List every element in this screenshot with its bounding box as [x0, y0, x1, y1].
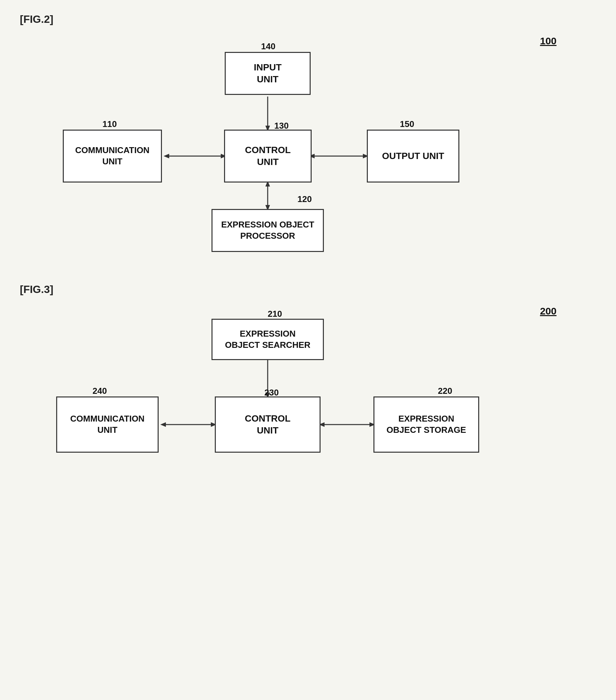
svg-marker-3	[164, 154, 169, 158]
fig2-input-unit-label: INPUTUNIT	[254, 62, 282, 86]
fig3-label: [FIG.3]	[20, 283, 596, 296]
fig2-input-unit-ref: 140	[261, 41, 275, 52]
fig3-control-unit-ref: 230	[265, 388, 279, 398]
fig2-control-unit-box: CONTROLUNIT	[224, 129, 312, 183]
fig3-expr-storage-label: EXPRESSIONOBJECT STORAGE	[387, 413, 466, 436]
fig2-label: [FIG.2]	[20, 13, 596, 25]
fig2-output-unit-label: OUTPUT UNIT	[382, 150, 444, 162]
fig3-expr-storage-ref: 220	[438, 386, 452, 396]
fig2-expr-proc-box: EXPRESSION OBJECTPROCESSOR	[211, 209, 324, 252]
fig2-container: 100 INPUTUNIT 140 CONTROLUNIT 130 COMMUN…	[20, 32, 596, 257]
fig3-comm-unit-label: COMMUNICATIONUNIT	[70, 413, 145, 436]
fig3-expr-storage-box: EXPRESSIONOBJECT STORAGE	[373, 397, 479, 453]
fig2-control-unit-label: CONTROLUNIT	[245, 144, 291, 168]
fig3-control-unit-box: CONTROLUNIT	[215, 397, 321, 453]
svg-marker-14	[160, 422, 166, 427]
fig2-control-unit-ref: 130	[274, 121, 288, 131]
fig3-expr-searcher-ref: 210	[268, 309, 282, 319]
fig2-comm-unit-box: COMMUNICATIONUNIT	[63, 129, 162, 183]
fig3-sys-ref: 200	[540, 305, 556, 317]
fig2-output-unit-ref: 150	[400, 119, 414, 129]
fig3-expr-searcher-box: EXPRESSIONOBJECT SEARCHER	[211, 319, 324, 360]
fig2-expr-proc-ref: 120	[297, 194, 312, 204]
fig2-sys-ref: 100	[540, 35, 556, 47]
fig2-output-unit-box: OUTPUT UNIT	[367, 129, 459, 183]
fig3-expr-searcher-label: EXPRESSIONOBJECT SEARCHER	[225, 328, 311, 351]
fig3-comm-unit-box: COMMUNICATIONUNIT	[56, 397, 159, 453]
fig3-comm-unit-ref: 240	[92, 386, 107, 396]
fig3-control-unit-label: CONTROLUNIT	[245, 413, 291, 437]
fig2-comm-unit-label: COMMUNICATIONUNIT	[75, 145, 150, 167]
fig2-expr-proc-label: EXPRESSION OBJECTPROCESSOR	[221, 219, 314, 242]
fig2-comm-unit-ref: 110	[102, 119, 117, 129]
fig2-input-unit-box: INPUTUNIT	[225, 52, 311, 95]
fig3-container: 200 EXPRESSIONOBJECT SEARCHER 210 CONTRO…	[20, 302, 596, 514]
